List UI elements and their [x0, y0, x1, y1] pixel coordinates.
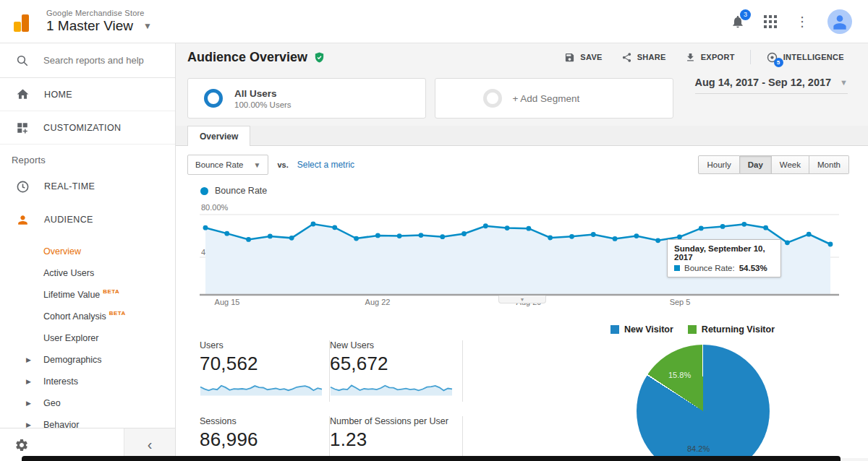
expand-arrow-icon: ▶	[26, 356, 31, 363]
metric-card-sessions: Sessions 86,996	[200, 416, 330, 461]
save-button[interactable]: SAVE	[558, 48, 608, 66]
sparkline-users	[200, 378, 323, 397]
report-tabstrip: Overview	[176, 126, 868, 146]
series-square-icon	[674, 265, 680, 271]
metric-card-users: Users 70,562	[200, 340, 330, 402]
account-name: Google Merchandise Store	[46, 9, 152, 17]
subnav-item-user-explorer[interactable]: User Explorer	[0, 327, 175, 349]
sidebar-item-home[interactable]: HOME	[0, 78, 175, 111]
app-header: Google Merchandise Store 1 Master View ▼…	[0, 0, 868, 43]
subnav-item-cohort-analysis[interactable]: Cohort AnalysisBETA	[0, 306, 175, 327]
granularity-hourly[interactable]: Hourly	[698, 155, 739, 174]
intelligence-button[interactable]: 5 INTELLIGENCE	[760, 48, 851, 67]
sidebar-item-label: REAL-TIME	[44, 181, 95, 191]
apps-grid-icon[interactable]	[764, 15, 777, 28]
tab-label: Overview	[200, 132, 238, 142]
subnav-label: Interests	[43, 376, 78, 387]
sidebar: Search reports and help HOME CUSTOMIZATI…	[0, 43, 176, 461]
metric-label: New Users	[330, 340, 454, 350]
granularity-month[interactable]: Month	[809, 155, 849, 174]
subnav-item-interests[interactable]: ▶Interests	[0, 371, 175, 392]
screen-bottom-bar	[22, 456, 841, 461]
subnav-item-active-users[interactable]: Active Users	[0, 262, 175, 284]
search-placeholder: Search reports and help	[43, 55, 144, 66]
subnav-label: User Explorer	[43, 333, 98, 343]
avatar[interactable]	[827, 9, 852, 34]
audience-subnav: Overview Active Users Lifetime ValueBETA…	[0, 236, 175, 436]
segment-all-users[interactable]: All Users 100.00% Users	[187, 78, 426, 119]
sidebar-item-customization[interactable]: CUSTOMIZATION	[0, 111, 175, 145]
metric-value: 70,562	[200, 353, 320, 375]
expand-arrow-icon: ▶	[26, 378, 31, 385]
search-input[interactable]: Search reports and help	[0, 43, 175, 78]
metric-dropdown-value: Bounce Rate	[195, 160, 244, 169]
view-name: 1 Master View	[46, 18, 133, 34]
notifications-button[interactable]: 3	[731, 14, 745, 29]
metric-card-new-users: New Users 65,672	[330, 340, 463, 402]
logo-bar-orange	[22, 14, 29, 32]
series-dot-icon	[200, 187, 208, 195]
chevron-down-icon: ▼	[840, 78, 848, 87]
overflow-menu-button[interactable]: ⋮	[796, 15, 809, 28]
report-panel: Bounce Rate ▼ vs. Select a metric Hourly…	[176, 146, 868, 458]
empty-segment-ring-icon	[483, 89, 502, 108]
sidebar-item-label: CUSTOMIZATION	[43, 123, 122, 133]
segment-subtitle: 100.00% Users	[234, 100, 292, 109]
share-label: SHARE	[637, 53, 666, 61]
subnav-item-geo[interactable]: ▶Geo	[0, 392, 175, 414]
subnav-item-lifetime-value[interactable]: Lifetime ValueBETA	[0, 284, 175, 306]
subnav-item-demographics[interactable]: ▶Demographics	[0, 349, 175, 371]
export-icon	[685, 52, 696, 63]
metric-label: Number of Sessions per User	[330, 416, 454, 426]
segment-title: All Users	[234, 88, 292, 99]
xtick: Aug 15	[210, 298, 244, 306]
metric-label: Users	[200, 340, 320, 350]
sidebar-item-label: HOME	[44, 90, 72, 100]
metric-card-sessions-per-user: Number of Sessions per User 1.23	[330, 416, 463, 461]
tooltip-metric-label: Bounce Rate:	[684, 264, 735, 272]
account-block: Google Merchandise Store 1 Master View ▼	[46, 9, 152, 34]
select-metric-link[interactable]: Select a metric	[297, 160, 354, 170]
visitor-type-pie-chart[interactable]: 15.8% 84.2%	[637, 345, 770, 461]
series-label: Bounce Rate	[215, 186, 267, 196]
metric-value: 86,996	[200, 428, 320, 451]
overview-metrics: Users 70,562 New Users 65,672 Sessions 8…	[187, 323, 856, 461]
pie-slice-label-returning: 15.8%	[668, 371, 691, 379]
page-title: Audience Overview	[187, 50, 307, 65]
tab-overview[interactable]: Overview	[187, 126, 250, 146]
main-content: Audience Overview SAVE SHARE EXPORT	[176, 43, 868, 461]
chart-collapse-handle[interactable]: ▼	[498, 296, 546, 303]
pie-legend: New Visitor Returning Visitor	[610, 324, 846, 335]
metric-value: 1.23	[330, 428, 454, 451]
view-switcher[interactable]: 1 Master View ▼	[46, 17, 152, 34]
new-visitor-square-icon	[610, 325, 619, 334]
sidebar-item-realtime[interactable]: REAL-TIME	[0, 170, 175, 203]
export-button[interactable]: EXPORT	[678, 48, 741, 66]
analytics-logo-icon[interactable]	[12, 10, 35, 33]
customization-icon	[16, 121, 29, 134]
date-range-value: Aug 14, 2017 - Sep 12, 2017	[695, 77, 832, 88]
granularity-day[interactable]: Day	[740, 155, 772, 174]
date-range-selector[interactable]: Aug 14, 2017 - Sep 12, 2017 ▼	[695, 77, 848, 94]
segment-ring-icon	[204, 89, 223, 108]
sidebar-item-audience[interactable]: AUDIENCE	[0, 203, 175, 236]
legend-new-visitor: New Visitor	[610, 324, 673, 335]
beta-badge: BETA	[103, 288, 119, 295]
report-toolbar: Audience Overview SAVE SHARE EXPORT	[176, 43, 868, 71]
metric-dropdown[interactable]: Bounce Rate ▼	[187, 155, 268, 175]
toolbar-actions: SAVE SHARE EXPORT 5 INTELLIGENCE	[558, 48, 851, 67]
legend-label: New Visitor	[624, 324, 673, 335]
add-segment-button[interactable]: + Add Segment	[435, 78, 673, 119]
toolbar-divider	[750, 50, 751, 64]
save-label: SAVE	[580, 53, 602, 61]
chart-tooltip: Sunday, September 10, 2017 Bounce Rate: …	[667, 239, 781, 277]
subnav-label: Demographics	[43, 355, 102, 365]
granularity-week[interactable]: Week	[772, 155, 809, 174]
share-button[interactable]: SHARE	[615, 48, 673, 66]
metric-value: 65,672	[330, 353, 454, 375]
subnav-label: Active Users	[43, 268, 94, 278]
clock-icon	[16, 180, 30, 194]
chevron-down-icon: ▼	[254, 161, 261, 169]
subnav-item-overview[interactable]: Overview	[0, 241, 175, 262]
legend-label: Returning Visitor	[702, 324, 775, 335]
